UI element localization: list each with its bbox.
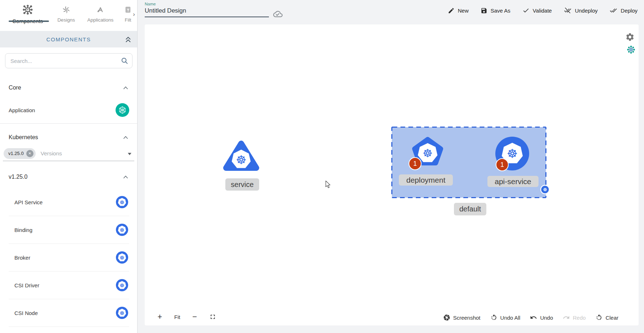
rotate-left-icon	[490, 314, 497, 321]
component-list-item[interactable]: CSI Driver ☸	[9, 272, 129, 299]
node-label-deployment[interactable]: deployment	[399, 174, 453, 186]
deploy-button[interactable]: Deploy	[609, 7, 638, 14]
pencil-icon	[448, 7, 455, 14]
group-kubernetes-badge[interactable]: ☸	[540, 184, 550, 195]
zoom-controls: + Fit −	[156, 312, 216, 321]
design-name-input[interactable]	[145, 6, 269, 17]
undeploy-button[interactable]: Undeploy	[564, 7, 598, 14]
topbar: Name New	[138, 0, 644, 24]
chevron-up-icon[interactable]	[122, 173, 129, 181]
button-label: Validate	[533, 8, 552, 14]
design-canvas[interactable]: ☸ service ☸ 1 deployment	[145, 24, 639, 325]
fullscreen-icon[interactable]	[209, 313, 216, 320]
aperture-icon	[443, 314, 450, 321]
component-list-item[interactable]: Binding ☸	[9, 216, 129, 244]
version-chip[interactable]: v1.25.0 ✕	[4, 148, 36, 159]
gear-icon[interactable]	[625, 32, 635, 42]
section-kubernetes-header[interactable]: Kubernetes	[9, 134, 129, 141]
fit-button[interactable]: Fit	[174, 314, 180, 320]
check-icon	[522, 7, 530, 14]
kubernetes-icon: ☸	[116, 306, 129, 319]
section-version-header[interactable]: v1.25.0	[9, 173, 129, 181]
component-label: Application	[9, 107, 35, 113]
new-button[interactable]: New	[448, 7, 469, 14]
component-list-item[interactable]: Broker ☸	[9, 244, 129, 272]
button-label: Save As	[491, 8, 510, 14]
components-panel-header: COMPONENTS	[0, 31, 137, 47]
cluster-icon[interactable]	[627, 45, 635, 54]
button-label: Screenshot	[453, 315, 481, 321]
button-label: Undeploy	[575, 8, 598, 14]
search-input[interactable]	[5, 53, 132, 68]
panel-title: COMPONENTS	[46, 36, 91, 42]
tab-components[interactable]: Components	[5, 0, 50, 24]
node-label-service[interactable]: service	[225, 178, 259, 191]
svg-text:☸: ☸	[120, 199, 124, 206]
undo-all-button[interactable]: Undo All	[490, 314, 521, 321]
node-label-api-service[interactable]: api-service	[487, 176, 539, 187]
component-label: API Service	[14, 199, 42, 205]
node-service[interactable]: ☸	[222, 138, 260, 174]
svg-text:☸: ☸	[120, 255, 124, 261]
caret-down-icon[interactable]	[127, 152, 132, 156]
components-icon	[22, 4, 33, 16]
redo-arrow-icon	[563, 314, 570, 321]
component-label: Broker	[14, 255, 30, 261]
validate-button[interactable]: Validate	[522, 7, 552, 14]
search-container	[5, 53, 132, 68]
search-icon[interactable]	[121, 57, 129, 65]
active-tab-underline	[9, 20, 49, 22]
kubernetes-icon: ☸	[116, 223, 129, 236]
mouse-cursor	[324, 180, 332, 189]
versions-select[interactable]: v1.25.0 ✕ Versions	[3, 146, 134, 161]
tab-applications[interactable]: Applications	[82, 0, 119, 23]
minus-icon[interactable]: −	[191, 312, 199, 321]
kubernetes-icon: ☸	[116, 196, 129, 209]
cloud-done-icon	[273, 9, 283, 19]
clear-button[interactable]: Clear	[595, 314, 618, 321]
undo-button[interactable]: Undo	[530, 314, 553, 321]
component-list-item[interactable]: API Service ☸	[9, 188, 129, 216]
component-label: CSI Driver	[14, 282, 39, 288]
button-label: Undo	[540, 315, 553, 321]
svg-text:☸: ☸	[423, 147, 433, 160]
node-badge-deployment: 1	[409, 157, 422, 170]
screenshot-button[interactable]: Screenshot	[443, 314, 481, 321]
tab-overflow-arrow[interactable]: ›	[133, 11, 135, 18]
tab-label: Designs	[57, 17, 75, 23]
button-label: Deploy	[621, 8, 638, 14]
chevron-up-icon[interactable]	[122, 84, 129, 91]
sidebar: Components De	[0, 0, 138, 333]
svg-text:☸: ☸	[507, 146, 518, 161]
svg-text:☸: ☸	[120, 227, 124, 233]
group-label-default[interactable]: default	[454, 203, 486, 215]
section-core-header[interactable]: Core	[9, 84, 129, 91]
section-title: v1.25.0	[9, 174, 27, 180]
redo-button[interactable]: Redo	[563, 314, 586, 321]
kubernetes-icon: ☸	[116, 279, 129, 292]
undo-arrow-icon	[530, 314, 537, 321]
group-default[interactable]: ☸ 1 deployment ☸ 1 api-service	[391, 127, 546, 198]
button-label: Undo All	[500, 315, 521, 321]
versions-placeholder: Versions	[41, 150, 62, 157]
component-list-item[interactable]: CSI Node ☸	[9, 299, 129, 327]
divider	[0, 123, 137, 124]
double-chevron-up-icon[interactable]	[124, 35, 132, 44]
button-label: Clear	[605, 315, 618, 321]
save-as-button[interactable]: Save As	[481, 7, 510, 14]
component-item-application[interactable]: Application	[9, 100, 129, 120]
designs-icon	[62, 4, 71, 16]
component-label: CSI Node	[14, 310, 38, 316]
name-field-label: Name	[145, 2, 289, 6]
svg-text:☸: ☸	[120, 282, 124, 289]
close-x-icon[interactable]: ✕	[26, 150, 33, 157]
plus-icon[interactable]: +	[156, 312, 164, 321]
topbar-actions: New Save As Validate	[448, 0, 638, 21]
filters-icon	[124, 4, 132, 16]
chevron-up-icon[interactable]	[122, 134, 129, 141]
applications-icon	[96, 4, 105, 16]
button-label: New	[458, 8, 469, 14]
tab-designs[interactable]: Designs	[50, 0, 82, 23]
version-chip-label: v1.25.0	[8, 151, 24, 156]
design-name-block: Name	[145, 2, 289, 17]
